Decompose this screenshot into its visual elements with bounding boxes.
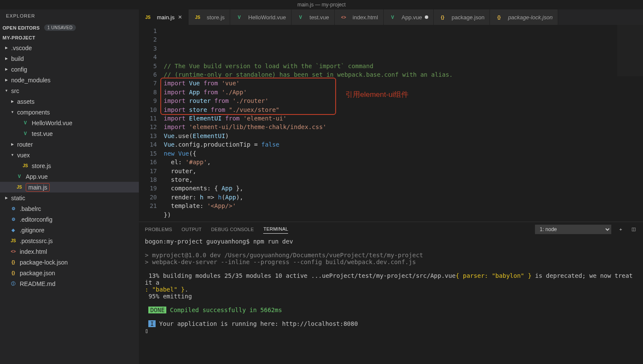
split-terminal-icon[interactable]: ◫	[630, 226, 637, 233]
tree-item-label: App.vue	[26, 173, 48, 180]
tree-item-package.json[interactable]: ▶{}package.json	[0, 268, 139, 278]
tree-item-label: config	[11, 66, 27, 73]
tab-label: package-lock.json	[508, 14, 553, 21]
tree-item-label: .postcssrc.js	[20, 238, 53, 244]
tree-item-README.md[interactable]: ▶ⓘREADME.md	[0, 278, 139, 289]
chevron-right-icon: ▶	[9, 141, 15, 147]
tree-item-label: router	[17, 141, 33, 148]
code-line: import Vue from 'vue'	[164, 79, 643, 87]
tree-item-components[interactable]: ▼components	[0, 107, 139, 117]
tree-item-label: README.md	[20, 280, 55, 287]
terminal-tab[interactable]: TERMINAL	[263, 225, 288, 234]
tree-item-.gitignore[interactable]: ▶◆.gitignore	[0, 225, 139, 235]
tree-item-.postcssrc.js[interactable]: ▶JS.postcssrc.js	[0, 235, 139, 246]
tab-label: index.html	[353, 14, 378, 21]
chevron-right-icon: ▶	[3, 66, 9, 72]
tree-item-label: .editorconfig	[20, 216, 52, 223]
line-gutter: 123456789101112131415161718192021	[139, 25, 164, 222]
tree-item-vuex[interactable]: ▼vuex	[0, 150, 139, 160]
file-icon: V	[21, 130, 29, 138]
tab-label: store.js	[207, 14, 225, 21]
tree-item-store.js[interactable]: ▶JSstore.js	[0, 160, 139, 171]
tab-App.vue[interactable]: VApp.vue	[384, 9, 434, 25]
tree-item-build[interactable]: ▶build	[0, 53, 139, 64]
tab-label: test.vue	[309, 14, 329, 21]
tree-item-package-lock.json[interactable]: ▶{}package-lock.json	[0, 257, 139, 268]
terminal-output[interactable]: bogon:my-project guoyuanhong$ npm run de…	[139, 236, 643, 364]
tree-item-config[interactable]: ▶config	[0, 64, 139, 75]
tab-index.html[interactable]: <>index.html	[335, 9, 384, 25]
code-line: import 'element-ui/lib/theme-chalk/index…	[164, 123, 643, 131]
tab-store.js[interactable]: JSstore.js	[189, 9, 230, 25]
tree-item-label: assets	[17, 98, 34, 105]
code-line: // The Vue build version to load with th…	[164, 62, 643, 70]
tree-item-static[interactable]: ▶static	[0, 193, 139, 203]
tab-HelloWorld.vue[interactable]: VHelloWorld.vue	[230, 9, 291, 25]
code-line: Vue.config.productionTip = false	[164, 140, 643, 149]
tab-label: HelloWorld.vue	[248, 14, 286, 21]
close-icon[interactable]: ✕	[177, 14, 183, 20]
terminal-selector[interactable]: 1: node	[535, 225, 611, 234]
tree-item-.vscode[interactable]: ▶.vscode	[0, 42, 139, 53]
chevron-right-icon: ▶	[3, 45, 9, 51]
dirty-indicator-icon	[425, 15, 428, 19]
file-icon: V	[21, 119, 29, 127]
chevron-right-icon: ▶	[3, 77, 9, 83]
title-bar: main.js — my-project	[0, 0, 643, 9]
code-line: router,	[164, 167, 643, 175]
problems-tab[interactable]: PROBLEMS	[145, 225, 172, 234]
tree-item-index.html[interactable]: ▶<>index.html	[0, 246, 139, 257]
minimap[interactable]	[617, 25, 643, 76]
tab-main.js[interactable]: JSmain.js✕	[139, 9, 189, 25]
file-icon: ⚙	[9, 205, 17, 213]
file-icon: JS	[194, 13, 201, 21]
tree-item-.editorconfig[interactable]: ▶⚙.editorconfig	[0, 214, 139, 225]
code-line: // (runtime-only or standalone) has been…	[164, 70, 643, 79]
tree-item-assets[interactable]: ▶assets	[0, 96, 139, 107]
tree-item-label: node_modules	[11, 77, 51, 84]
open-editors-section[interactable]: OPEN EDITORS 1 UNSAVED	[0, 22, 139, 33]
project-header[interactable]: MY-PROJECT	[0, 33, 139, 42]
new-terminal-icon[interactable]: +	[617, 226, 624, 233]
chevron-down-icon: ▼	[3, 88, 9, 94]
tree-item-label: vuex	[17, 152, 30, 159]
tree-item-App.vue[interactable]: ▶VApp.vue	[0, 171, 139, 182]
tree-item-label: .vscode	[11, 45, 32, 51]
tab-test.vue[interactable]: Vtest.vue	[291, 9, 335, 25]
file-icon: <>	[340, 13, 348, 21]
code-line: import ElementUI from 'element-ui'	[164, 114, 643, 123]
tree-item-node_modules[interactable]: ▶node_modules	[0, 75, 139, 85]
tab-label: App.vue	[402, 14, 422, 21]
file-icon: {}	[9, 259, 17, 266]
tab-package-lock.json[interactable]: {}package-lock.json	[490, 9, 558, 25]
file-icon: {}	[439, 13, 447, 21]
code-line: store,	[164, 175, 643, 184]
tree-item-.babelrc[interactable]: ▶⚙.babelrc	[0, 203, 139, 214]
file-icon: JS	[144, 13, 152, 21]
file-icon: {}	[495, 13, 503, 21]
tab-label: package.json	[452, 14, 485, 21]
code-content[interactable]: 引用element-ui组件 // The Vue build version …	[164, 25, 643, 222]
code-line: new Vue({	[164, 149, 643, 158]
tree-item-label: .gitignore	[20, 227, 45, 234]
explorer-header: EXPLORER	[0, 9, 139, 22]
file-icon: <>	[9, 248, 17, 256]
tree-item-src[interactable]: ▼src	[0, 85, 139, 96]
tree-item-label: .babelrc	[20, 205, 41, 212]
tree-item-HelloWorld.vue[interactable]: ▶VHelloWorld.vue	[0, 117, 139, 128]
annotation-text: 引用element-ui组件	[346, 90, 409, 99]
tree-item-test.vue[interactable]: ▶Vtest.vue	[0, 128, 139, 139]
code-line: template: '<App/>'	[164, 202, 643, 210]
file-icon: JS	[9, 237, 17, 245]
tree-item-label: package-lock.json	[20, 259, 68, 266]
tree-item-label: test.vue	[32, 130, 53, 137]
tree-item-label: static	[11, 195, 25, 202]
file-icon: ⓘ	[9, 280, 17, 288]
output-tab[interactable]: OUTPUT	[182, 225, 202, 234]
tree-item-router[interactable]: ▶router	[0, 139, 139, 150]
editor-area[interactable]: 123456789101112131415161718192021 引用elem…	[139, 25, 643, 222]
tab-package.json[interactable]: {}package.json	[434, 9, 490, 25]
tree-item-main.js[interactable]: ▶JSmain.js	[0, 182, 139, 193]
debug-console-tab[interactable]: DEBUG CONSOLE	[211, 225, 254, 234]
tree-item-label: build	[11, 55, 24, 62]
